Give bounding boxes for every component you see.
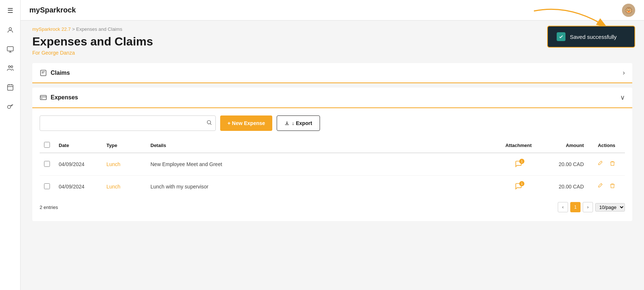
breadcrumb-sep: > bbox=[72, 26, 75, 32]
page-title: Expenses and Claims bbox=[32, 35, 632, 48]
row-amount-1: 20.00 CAD bbox=[541, 176, 588, 198]
row-type-link-1[interactable]: Lunch bbox=[106, 184, 120, 190]
claims-section-header[interactable]: Claims › bbox=[32, 63, 632, 83]
sidebar-item-key[interactable] bbox=[4, 100, 16, 112]
entries-count: 2 entries bbox=[40, 205, 58, 210]
row-delete-button-1[interactable] bbox=[608, 181, 617, 192]
col-date-header: Date bbox=[54, 138, 102, 153]
expenses-label-group: Expenses bbox=[40, 94, 78, 101]
row-edit-button-1[interactable] bbox=[596, 181, 605, 192]
row-date-1: 04/09/2024 bbox=[54, 176, 102, 198]
attachment-icon-1[interactable]: 1 bbox=[515, 183, 522, 190]
svg-rect-4 bbox=[7, 85, 13, 90]
row-attachment-1: 1 bbox=[496, 176, 541, 198]
export-button[interactable]: ↓ Export bbox=[277, 115, 320, 131]
svg-rect-1 bbox=[7, 47, 13, 51]
breadcrumb-home[interactable]: mySparkrock 22.7 bbox=[32, 26, 71, 32]
prev-page-button[interactable]: ‹ bbox=[558, 202, 568, 212]
row-edit-button-0[interactable] bbox=[596, 159, 605, 169]
row-delete-button-0[interactable] bbox=[608, 159, 617, 169]
svg-rect-7 bbox=[40, 95, 47, 100]
row-attachment-0: 1 bbox=[496, 153, 541, 176]
sidebar: ☰ bbox=[0, 0, 21, 290]
toast-notification: Saved successfully bbox=[547, 26, 635, 48]
export-label: ↓ Export bbox=[292, 120, 312, 126]
table-row: 04/09/2024 Lunch New Employee Meet and G… bbox=[40, 153, 625, 176]
row-checkbox-0[interactable] bbox=[44, 161, 50, 167]
col-amount-header: Amount bbox=[541, 138, 588, 153]
expenses-body: + New Expense ↓ Export bbox=[32, 108, 632, 221]
col-type-header: Type bbox=[102, 138, 146, 153]
col-check-header bbox=[40, 138, 54, 153]
pagination-controls: ‹ 1 › 10/page 20/page 50/page bbox=[558, 202, 625, 212]
search-container bbox=[40, 115, 216, 131]
expense-table: Date Type Details Attachment Amount Acti… bbox=[40, 138, 625, 198]
per-page-select[interactable]: 10/page 20/page 50/page bbox=[595, 203, 625, 212]
entries-label: entries bbox=[44, 205, 58, 210]
sidebar-menu-toggle[interactable]: ☰ bbox=[5, 4, 15, 17]
page-1-button[interactable]: 1 bbox=[570, 202, 581, 212]
page-subtitle: For George Danza bbox=[32, 50, 632, 56]
sidebar-item-calendar[interactable] bbox=[4, 81, 16, 93]
svg-point-5 bbox=[7, 106, 10, 109]
svg-point-2 bbox=[8, 66, 10, 67]
content-area: mySparkrock 22.7 > Expenses and Claims E… bbox=[21, 21, 644, 290]
table-row: 04/09/2024 Lunch Lunch with my superviso… bbox=[40, 176, 625, 198]
attachment-badge-1: 1 bbox=[519, 181, 524, 186]
pagination-row: 2 entries ‹ 1 › 10/page 20/page 50/page bbox=[40, 198, 625, 214]
row-details-1: Lunch with my supervisor bbox=[146, 176, 496, 198]
row-type-link-0[interactable]: Lunch bbox=[106, 161, 120, 167]
app-logo: mySparkrock bbox=[29, 6, 76, 14]
expenses-section: Expenses ∨ bbox=[32, 88, 632, 221]
attachment-icon-0[interactable]: 1 bbox=[515, 160, 522, 168]
claims-section-label: Claims bbox=[51, 70, 70, 76]
col-actions-header: Actions bbox=[588, 138, 625, 153]
topbar: mySparkrock 🐵 bbox=[21, 0, 644, 21]
svg-point-8 bbox=[41, 98, 43, 99]
svg-point-3 bbox=[11, 66, 12, 67]
row-checkbox-1[interactable] bbox=[44, 183, 50, 189]
new-expense-button[interactable]: + New Expense bbox=[220, 115, 272, 131]
table-header-row: Date Type Details Attachment Amount Acti… bbox=[40, 138, 625, 153]
svg-point-0 bbox=[9, 27, 11, 30]
claims-chevron-icon: › bbox=[623, 69, 625, 77]
claims-section: Claims › bbox=[32, 63, 632, 83]
toast-message: Saved successfully bbox=[570, 34, 617, 40]
breadcrumb-current: Expenses and Claims bbox=[76, 26, 123, 32]
col-details-header: Details bbox=[146, 138, 496, 153]
claims-icon bbox=[40, 69, 47, 77]
expenses-section-label: Expenses bbox=[51, 94, 78, 101]
attachment-badge-0: 1 bbox=[519, 159, 524, 164]
search-button[interactable] bbox=[206, 120, 212, 127]
row-amount-0: 20.00 CAD bbox=[541, 153, 588, 176]
row-actions-1 bbox=[588, 176, 625, 198]
svg-point-9 bbox=[207, 121, 211, 124]
toast-check-icon bbox=[557, 32, 565, 41]
expenses-chevron-icon: ∨ bbox=[620, 93, 625, 102]
row-date-0: 04/09/2024 bbox=[54, 153, 102, 176]
row-type-0: Lunch bbox=[102, 153, 146, 176]
sidebar-item-user[interactable] bbox=[4, 24, 16, 36]
user-avatar[interactable]: 🐵 bbox=[622, 4, 635, 17]
col-attachment-header: Attachment bbox=[496, 138, 541, 153]
claims-label-group: Claims bbox=[40, 69, 70, 77]
sidebar-item-people[interactable] bbox=[4, 62, 16, 74]
expenses-icon bbox=[40, 94, 47, 101]
row-actions-0 bbox=[588, 153, 625, 176]
table-body: 04/09/2024 Lunch New Employee Meet and G… bbox=[40, 153, 625, 198]
sidebar-item-screen[interactable] bbox=[4, 43, 16, 55]
next-page-button[interactable]: › bbox=[583, 202, 593, 212]
row-type-1: Lunch bbox=[102, 176, 146, 198]
toolbar-row: + New Expense ↓ Export bbox=[40, 115, 625, 131]
search-input[interactable] bbox=[40, 115, 216, 131]
row-details-0: New Employee Meet and Greet bbox=[146, 153, 496, 176]
select-all-checkbox[interactable] bbox=[44, 142, 50, 148]
row-checkbox-cell bbox=[40, 153, 54, 176]
row-checkbox-cell bbox=[40, 176, 54, 198]
expenses-section-header[interactable]: Expenses ∨ bbox=[32, 88, 632, 108]
